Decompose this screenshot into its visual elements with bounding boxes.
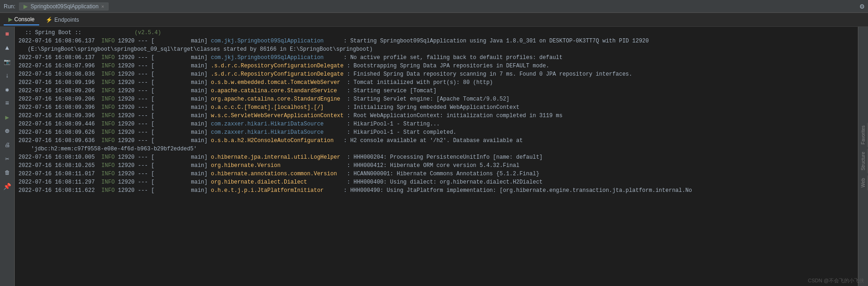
log-line: 2022-07-16 16:08:09.206 INFO 12920 --- [… [18, 95, 854, 103]
camera-button[interactable]: 📷 [2, 56, 13, 67]
log-line: 2022-07-16 16:08:11.297 INFO 12920 --- [… [18, 178, 854, 186]
log-line: 2022-07-16 16:08:07.996 INFO 12920 --- [… [18, 62, 854, 70]
right-sidebar: Favorites Structure Web [858, 27, 868, 286]
log-line: 2022-07-16 16:08:09.196 INFO 12920 --- [… [18, 78, 854, 87]
log-line: 2022-07-16 16:08:09.396 INFO 12920 --- [… [18, 103, 854, 112]
run-label: Run: [4, 3, 15, 10]
endpoints-tab[interactable]: ⚡ Endpoints [41, 15, 83, 25]
log-line: 2022-07-16 16:08:08.036 INFO 12920 --- [… [18, 70, 854, 78]
toolbar: ▶ Console ⚡ Endpoints [0, 13, 868, 27]
add-button[interactable]: ⊕ [2, 125, 13, 137]
log-continuation: 'jdbc:h2:mem:c97f9558-e08e-4f6d-b963-b29… [18, 145, 854, 153]
watermark: CSDN @不会飞的小飞侠 [808, 277, 864, 284]
cut-button[interactable]: ✂ [2, 153, 13, 164]
log-line: 2022-07-16 16:08:09.446 INFO 12920 --- [… [18, 120, 854, 128]
log-line: 2022-07-16 16:08:06.137 INFO 12920 --- [… [18, 37, 854, 45]
tab-title: Springboot09SqlApplication [30, 3, 98, 10]
log-continuation: (E:\SpringBoot\springboot\springboot_09_… [18, 45, 854, 54]
filter-button[interactable]: ✱ [2, 84, 13, 95]
web-tab[interactable]: Web [859, 175, 868, 190]
spring-version: (v2.5.4) [135, 29, 161, 37]
console-icon: ▶ [8, 16, 12, 23]
spring-banner-text: :: Spring Boot :: [18, 29, 135, 37]
pin-button[interactable]: 📌 [2, 181, 13, 192]
run-button[interactable]: ▶ [2, 112, 13, 123]
delete-button[interactable]: 🗑 [2, 167, 13, 178]
log-line: 2022-07-16 16:08:09.636 INFO 12920 --- [… [18, 137, 854, 145]
top-bar: Run: ▶ Springboot09SqlApplication × ⚙ [0, 0, 868, 13]
print-button[interactable]: 🖨 [2, 139, 13, 150]
scroll-up-button[interactable]: ▲ [2, 42, 13, 54]
settings-icon[interactable]: ⚙ [860, 2, 864, 11]
app-container: Run: ▶ Springboot09SqlApplication × ⚙ ▶ … [0, 0, 868, 286]
log-line: 2022-07-16 16:08:10.265 INFO 12920 --- [… [18, 161, 854, 170]
servlet-context-logger: w.s.c.ServletWebServerApplicationContext [211, 112, 344, 120]
log-line: 2022-07-16 16:08:09.626 INFO 12920 --- [… [18, 128, 854, 137]
log-line-banner: :: Spring Boot :: (v2.5.4) [18, 29, 854, 37]
console-tab[interactable]: ▶ Console [4, 14, 39, 25]
log-line: 2022-07-16 16:08:06.137 INFO 12920 --- [… [18, 54, 854, 62]
left-sidebar: ■ ▲ 📷 ↓ ✱ ≡ ▶ ⊕ 🖨 ✂ 🗑 📌 [0, 27, 15, 286]
structure-tab[interactable]: Structure [859, 149, 868, 173]
tab-close-button[interactable]: × [101, 4, 104, 9]
log-line: 2022-07-16 16:08:11.622 INFO 12920 --- [… [18, 186, 854, 195]
log-line: 2022-07-16 16:08:09.206 INFO 12920 --- [… [18, 87, 854, 95]
endpoints-icon: ⚡ [46, 17, 53, 23]
active-tab[interactable]: ▶ Springboot09SqlApplication × [19, 2, 109, 11]
play-icon: ▶ [23, 3, 28, 10]
scroll-down-button[interactable]: ↓ [2, 70, 13, 81]
wrap-button[interactable]: ≡ [2, 98, 13, 109]
console-output[interactable]: :: Spring Boot :: (v2.5.4) 2022-07-16 16… [15, 27, 858, 286]
favorites-tab[interactable]: Favorites [859, 123, 868, 147]
log-line: 2022-07-16 16:08:11.017 INFO 12920 --- [… [18, 170, 854, 178]
log-line: 2022-07-16 16:08:10.005 INFO 12920 --- [… [18, 153, 854, 161]
main-layout: ■ ▲ 📷 ↓ ✱ ≡ ▶ ⊕ 🖨 ✂ 🗑 📌 :: Spring Boot :… [0, 27, 868, 286]
log-line-servlet: 2022-07-16 16:08:09.396 INFO 12920 --- [… [18, 112, 854, 120]
stop-button[interactable]: ■ [2, 29, 13, 40]
